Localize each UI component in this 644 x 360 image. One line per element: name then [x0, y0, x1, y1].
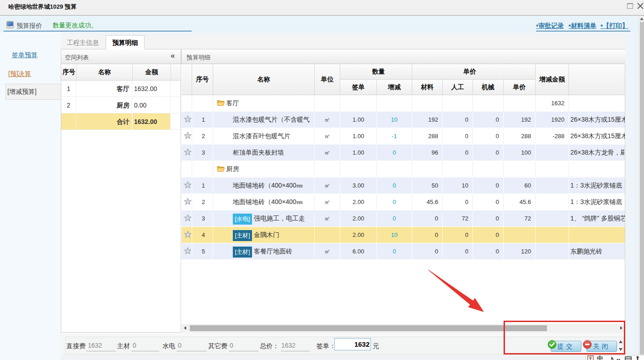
svg-text:中: 中: [597, 355, 603, 360]
